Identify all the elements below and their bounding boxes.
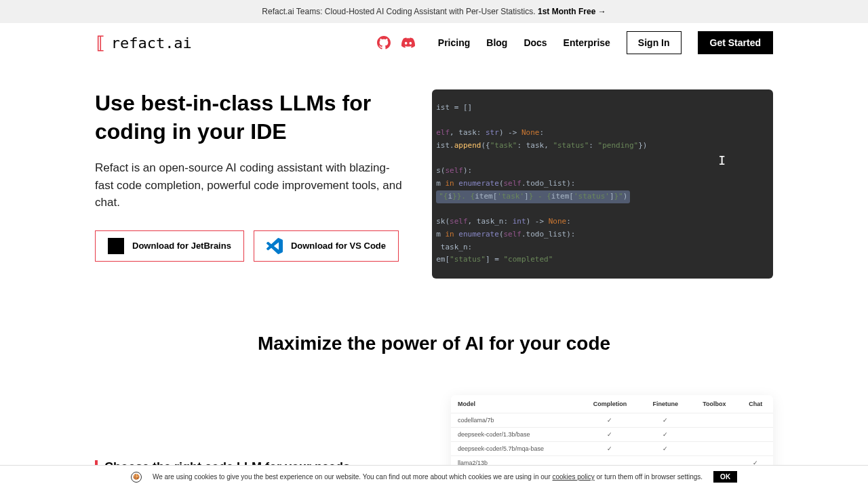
table-row: deepseek-coder/1.3b/base✓✓ bbox=[451, 427, 773, 441]
table-row: deepseek-coder/5.7b/mqa-base✓✓ bbox=[451, 441, 773, 455]
main-nav: Pricing Blog Docs Enterprise Sign In Get… bbox=[377, 31, 773, 54]
vscode-icon bbox=[267, 238, 283, 254]
hero-description: Refact is an open-source AI coding assis… bbox=[95, 159, 405, 211]
download-jetbrains-label: Download for JetBrains bbox=[132, 241, 231, 251]
download-buttons: Download for JetBrains Download for VS C… bbox=[95, 230, 405, 262]
hero-title: Use best-in-class LLMs for coding in you… bbox=[95, 89, 405, 146]
jetbrains-icon bbox=[108, 238, 124, 254]
header: ⟦ refact.ai Pricing Blog Docs Enterprise… bbox=[95, 23, 773, 62]
logo-icon: ⟦ bbox=[95, 33, 106, 53]
nav-pricing[interactable]: Pricing bbox=[438, 37, 470, 48]
hero-code-preview: ist = [] elf, task: str) -> None: ist.ap… bbox=[432, 89, 773, 279]
cookie-text: We are using cookies to give you the bes… bbox=[153, 473, 703, 481]
section-title: Maximize the power of AI for your code bbox=[0, 333, 868, 354]
text-cursor-icon: 𝙸 bbox=[718, 150, 726, 171]
signin-button[interactable]: Sign In bbox=[627, 31, 682, 54]
cookie-ok-button[interactable]: OK bbox=[713, 471, 737, 483]
table-row: codellama/7b✓✓ bbox=[451, 413, 773, 427]
download-jetbrains-button[interactable]: Download for JetBrains bbox=[95, 230, 244, 262]
code-editor-preview: ist = [] elf, task: str) -> None: ist.ap… bbox=[432, 89, 773, 279]
download-vscode-button[interactable]: Download for VS Code bbox=[254, 230, 399, 262]
social-icons bbox=[377, 36, 415, 49]
nav-blog[interactable]: Blog bbox=[486, 37, 507, 48]
cookie-icon: 🍪 bbox=[131, 472, 142, 483]
logo[interactable]: ⟦ refact.ai bbox=[95, 33, 192, 53]
logo-text: refact.ai bbox=[111, 35, 192, 52]
download-vscode-label: Download for VS Code bbox=[291, 241, 386, 251]
cookie-policy-link[interactable]: cookies policy bbox=[553, 473, 595, 481]
hero-section: Use best-in-class LLMs for coding in you… bbox=[95, 89, 773, 279]
getstarted-button[interactable]: Get Started bbox=[698, 31, 773, 54]
discord-icon[interactable] bbox=[401, 36, 415, 49]
hero-content: Use best-in-class LLMs for coding in you… bbox=[95, 89, 405, 262]
banner-text: Refact.ai Teams: Cloud-Hosted AI Coding … bbox=[262, 7, 538, 16]
nav-enterprise[interactable]: Enterprise bbox=[564, 37, 610, 48]
banner-cta: 1st Month Free → bbox=[538, 7, 606, 16]
nav-docs[interactable]: Docs bbox=[524, 37, 547, 48]
github-icon[interactable] bbox=[377, 36, 391, 49]
top-banner[interactable]: Refact.ai Teams: Cloud-Hosted AI Coding … bbox=[0, 0, 868, 23]
cookie-banner: 🍪 We are using cookies to give you the b… bbox=[0, 465, 868, 488]
